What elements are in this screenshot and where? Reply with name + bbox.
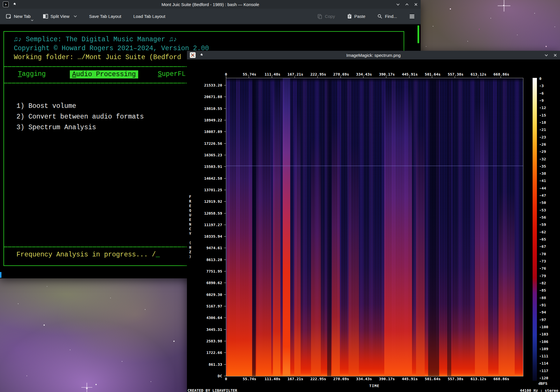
y-axis-title: FREQUENCY (HZ) [188, 78, 192, 376]
spectrogram-plot [226, 78, 523, 376]
konsole-titlebar[interactable]: > Mont Juic Suite (Bedford - 1989) : bas… [0, 0, 421, 9]
colorbar-tick-label: -56 [539, 215, 546, 220]
load-tab-layout-button[interactable]: Load Tab Layout [132, 13, 167, 20]
split-view-label: Split View [50, 14, 70, 19]
frequency-tick-label: 6029.30 [206, 292, 222, 297]
colorbar-tick-label: -79 [539, 273, 546, 278]
tab-audio-processing[interactable]: Audio Processing [70, 70, 138, 78]
colorbar-tick-label: -3 [539, 84, 544, 88]
colorbar-tick-label: -65 [539, 237, 546, 241]
frequency-tick-label: 5167.97 [206, 304, 222, 308]
save-tab-layout-button[interactable]: Save Tab Layout [87, 13, 123, 20]
new-tab-icon [6, 14, 12, 19]
colorbar-axis: 0-3-6-9-12-15-18-21-23-26-29-32-35-38-41… [539, 78, 557, 381]
frequency-tick-label: 17226.56 [204, 141, 222, 145]
new-tab-button[interactable]: New Tab [4, 13, 32, 20]
frequency-axis: 21533.2020671.8819810.5518949.2218087.89… [187, 78, 224, 376]
panel-accent [0, 272, 1, 278]
menu-item[interactable]: 1) Boost volume [16, 101, 144, 112]
hamburger-menu-button[interactable] [407, 13, 417, 20]
tab-tagging[interactable]: Tagging [18, 70, 46, 78]
colorbar-tick-label: -76 [539, 266, 546, 271]
time-tick-label: 111.48s [265, 377, 280, 381]
chevron-down-icon [31, 19, 33, 21]
tab-superflac[interactable]: SuperFL [158, 70, 186, 78]
time-tick-label: 334.43s [356, 377, 372, 381]
search-icon [377, 14, 383, 19]
imagemagick-window: ImageMagick: spectrum.png 055.74s111.48s… [187, 51, 560, 392]
menu-item[interactable]: 2) Convert between audio formats [16, 112, 144, 122]
star-diffraction-spike [498, 0, 510, 12]
time-tick-label: 167.21s [287, 72, 303, 76]
paste-button[interactable]: Paste [345, 12, 367, 20]
copy-button[interactable]: Copy [316, 13, 337, 20]
time-tick-label: 0 [225, 377, 227, 381]
find-label: Find... [385, 14, 397, 19]
save-tab-layout-label: Save Tab Layout [89, 14, 121, 19]
time-tick-label: 390.17s [379, 377, 395, 381]
frequency-tick-label: 861.33 [209, 362, 222, 366]
colorbar-tick-label: -82 [539, 281, 546, 285]
time-tick-label: 55.74s [243, 72, 256, 76]
libavfilter-credit: CREATED BY LIBAVFILTER [188, 388, 237, 392]
time-tick-label: 613.12s [471, 72, 486, 76]
time-tick-label: 278.69s [333, 72, 349, 76]
konsole-window-title: Mont Juic Suite (Bedford - 1989) : bash … [0, 2, 421, 7]
sample-rate-label: 44100 Hz : stereo [520, 388, 558, 392]
time-tick-label: 278.69s [333, 377, 349, 381]
colorbar-tick-label: -106 [539, 339, 548, 344]
time-tick-label: 222.95s [310, 72, 326, 76]
shade-button[interactable] [544, 53, 548, 57]
frequency-tick-label: DC [218, 374, 222, 378]
new-tab-label: New Tab [14, 14, 31, 19]
colorbar-tick-label: -59 [539, 222, 546, 227]
colorbar-tick-label: -62 [539, 230, 546, 234]
colorbar-tick-label: -32 [539, 157, 546, 161]
find-button[interactable]: Find... [376, 13, 399, 20]
spectrogram-image: 055.74s111.48s167.21s222.95s278.69s334.4… [187, 59, 560, 392]
colorbar-tick-label: -47 [539, 193, 546, 198]
time-tick-label: 0 [225, 72, 227, 76]
colorbar-tick-label: -21 [539, 127, 546, 132]
star-diffraction-spike [81, 383, 92, 392]
minimize-button[interactable] [396, 3, 400, 6]
frequency-axis-ticks [224, 85, 226, 376]
hamburger-icon [409, 14, 415, 19]
time-tick-label: 501.64s [425, 72, 441, 76]
menu-item[interactable]: 3) Spectrum Analysis [16, 122, 144, 133]
colorbar-tick-label: -73 [539, 259, 546, 263]
split-view-button[interactable]: Split View [41, 13, 79, 20]
desktop: > Mont Juic Suite (Bedford - 1989) : bas… [0, 0, 560, 392]
frequency-tick-label: 3445.31 [206, 327, 222, 331]
close-button[interactable] [414, 3, 418, 6]
colorbar-tick-label: -29 [539, 149, 546, 154]
colorbar-tick-label: -12 [539, 106, 546, 110]
imagemagick-titlebar[interactable]: ImageMagick: spectrum.png [187, 51, 560, 59]
frequency-tick-label: 20671.88 [204, 95, 222, 99]
audio-processing-menu: 1) Boost volume2) Convert between audio … [16, 101, 144, 133]
frequency-tick-label: 7751.95 [206, 269, 222, 273]
time-axis-top: 055.74s111.48s167.21s222.95s278.69s334.4… [226, 72, 523, 76]
maximize-button[interactable] [405, 3, 409, 6]
colorbar-tick-label: -88 [539, 295, 546, 300]
time-tick-label: 445.91s [402, 377, 418, 381]
colorbar-tick-label: -120 [539, 376, 548, 380]
split-view-icon [43, 14, 48, 19]
time-tick-label: 668.86s [493, 72, 509, 76]
frequency-tick-label: 4306.64 [206, 316, 222, 320]
colorbar-tick-label: -100 [539, 325, 548, 329]
time-tick-label: 557.38s [448, 72, 464, 76]
colorbar [533, 78, 537, 381]
imagemagick-window-title: ImageMagick: spectrum.png [187, 53, 560, 58]
copyright-line: Copyright © Howard Rogers 2021–2024, Ver… [14, 44, 209, 53]
colorbar-tick-label: -117 [539, 368, 548, 373]
scrollbar-thumb[interactable] [417, 25, 419, 43]
time-tick-label: 390.17s [379, 72, 395, 76]
colorbar-tick-label: -41 [539, 179, 546, 183]
konsole-toolbar: New Tab Split View Save Tab Layout Load … [0, 9, 421, 25]
app-banner: ♫♪ Semplice: The Digital Music Manager ♫… [14, 35, 209, 44]
copy-label: Copy [325, 14, 335, 19]
time-tick-label: 111.48s [265, 72, 280, 76]
close-button[interactable] [553, 53, 557, 57]
colorbar-tick-label: -91 [539, 303, 546, 307]
